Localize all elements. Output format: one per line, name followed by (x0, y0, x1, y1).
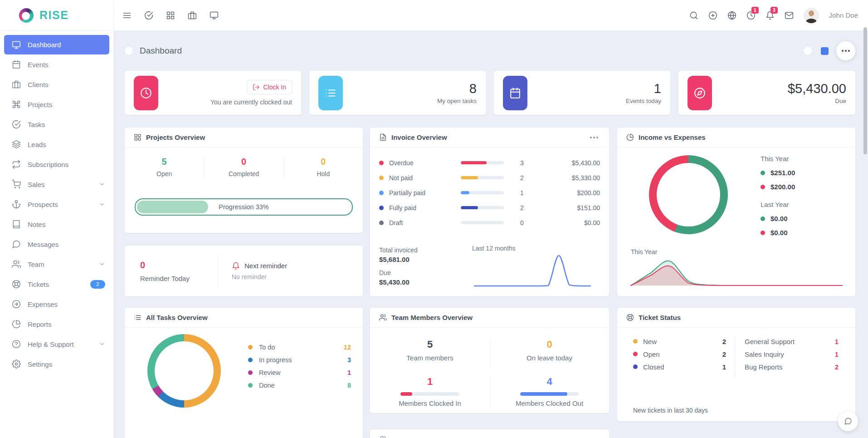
projects-stats: 5 Open 0 Completed 0 Hold (125, 157, 363, 177)
panel-header: Team Members Overview (370, 308, 609, 328)
projects-progress-bar: Progression 33% (135, 198, 353, 216)
income-expense-trend-chart (630, 258, 843, 286)
notification-badge: 3 (770, 7, 778, 14)
sidebar-item-leads[interactable]: Leads (0, 134, 113, 154)
clocked-out-bar (520, 392, 579, 396)
quick-add-icon[interactable] (708, 11, 717, 20)
stat-open: 5 Open (125, 157, 204, 177)
notifications-button[interactable]: 3 (766, 11, 775, 20)
sidebar-item-notes[interactable]: Notes (0, 214, 113, 234)
panel-header (370, 429, 609, 438)
user-avatar[interactable] (804, 8, 819, 23)
divider (735, 336, 736, 378)
panel-header: Invoice Overview (370, 128, 609, 148)
search-icon[interactable] (689, 11, 698, 20)
sidebar-item-settings[interactable]: Settings (0, 354, 113, 374)
ticket-types: General Support 1 Sales Inquiry 1 Bug Re… (745, 335, 839, 373)
mail-icon[interactable] (785, 11, 794, 20)
sidebar-item-team[interactable]: Team (0, 254, 113, 274)
legend-item-todo: To do 12 (248, 341, 351, 354)
briefcase-icon (12, 80, 21, 89)
header-toggle-dot[interactable] (125, 47, 133, 55)
user-name[interactable]: John Doe (829, 11, 858, 19)
calendar-icon (12, 60, 21, 69)
scrollbar[interactable] (863, 27, 867, 154)
events-today-card[interactable]: 1 Events today (494, 71, 670, 115)
mini-bar (461, 221, 504, 224)
more-horizontal-icon (593, 137, 595, 138)
legend-item: $251.00 (761, 169, 795, 177)
projects-shortcut-icon[interactable] (166, 11, 175, 20)
due-amount-card[interactable]: $5,430.00 Due (678, 71, 855, 115)
widget-color-square[interactable] (821, 47, 829, 55)
sidebar-item-label: Notes (28, 221, 45, 228)
tasks-shortcut-icon[interactable] (144, 11, 153, 20)
due-value: $5,430.00 (379, 278, 418, 286)
sidebar-item-sales[interactable]: Sales (0, 174, 113, 194)
total-invoiced-value: $5,681.00 (379, 256, 418, 263)
mini-bar (461, 191, 504, 194)
status-dot (633, 364, 638, 369)
chevron-down-icon (99, 261, 105, 267)
chat-button[interactable] (838, 411, 858, 431)
sidebar-item-label: Help & Support (28, 340, 74, 348)
panel-title: All Tasks Overview (146, 314, 208, 321)
sidebar-item-tickets[interactable]: Tickets 2 (0, 274, 113, 294)
sidebar-item-prospects[interactable]: Prospects (0, 194, 113, 214)
bell-icon (232, 262, 240, 270)
ticket-status-panel: Ticket Status New 2 Open 2 Closed 1 Gene… (617, 308, 855, 421)
sidebar-item-label: Prospects (28, 201, 58, 208)
topbar-actions: 1 3 John Doe (689, 8, 868, 23)
panel-header: Income vs Expenses (617, 128, 855, 148)
legend-item-done: Done 8 (248, 379, 351, 392)
dashboard-menu-button[interactable] (836, 41, 855, 60)
compass-tile-icon (688, 76, 712, 110)
invoice-trend-chart (473, 253, 591, 287)
sidebar-item-reports[interactable]: Reports (0, 314, 113, 334)
sidebar-item-events[interactable]: Events (0, 54, 113, 74)
invoice-row-fully-paid: Fully paid 2 $151.00 (379, 200, 600, 215)
clocked-in-bar (400, 392, 459, 396)
users-icon (12, 260, 21, 269)
sidebar-item-clients[interactable]: Clients (0, 74, 113, 94)
next-reminder: Next reminder No reminder (218, 262, 287, 281)
dashboard-shortcut-icon[interactable] (210, 11, 219, 20)
sidebar-item-projects[interactable]: Projects (0, 94, 113, 114)
mini-bar (461, 161, 504, 164)
status-dot (379, 176, 384, 180)
legend-item: $0.00 (761, 215, 795, 222)
logo[interactable]: RISE (0, 0, 113, 31)
calendar-icon (509, 87, 521, 99)
sidebar-item-dashboard[interactable]: Dashboard (4, 35, 109, 54)
language-globe-icon[interactable] (727, 11, 736, 20)
widget-toggle-circle[interactable] (804, 47, 812, 55)
reminder-panel: 0 Reminder Today Next reminder No remind… (125, 246, 363, 296)
sidebar-item-subscriptions[interactable]: Subscriptions (0, 154, 113, 174)
panel-title: Income vs Expenses (639, 133, 706, 141)
sidebar-item-messages[interactable]: Messages (0, 234, 113, 254)
panel-header: Projects Overview (125, 128, 363, 148)
page-title: Dashboard (140, 46, 182, 56)
income-dot (761, 217, 765, 221)
this-year-label: This Year (761, 155, 795, 162)
stat-hold: 0 Hold (283, 157, 363, 177)
invoice-rows: Overdue 3 $5,430.00 Not paid 2 $5,330.00… (370, 148, 609, 230)
invoice-totals: Total invoiced $5,681.00 Due $5,430.00 (379, 246, 418, 286)
donut-hole (657, 163, 720, 226)
command-icon (12, 100, 21, 109)
status-dot (379, 206, 384, 210)
income-expense-donut (649, 155, 728, 234)
invoice-overview-panel: Invoice Overview Overdue 3 $5,430.00 Not… (370, 128, 609, 296)
sidebar-item-tasks[interactable]: Tasks (0, 114, 113, 134)
book-icon (12, 220, 21, 229)
clocked-out-stat: 4 Members Clocked Out (490, 376, 609, 407)
more-options-button[interactable] (588, 132, 600, 143)
sidebar-item-help-support[interactable]: Help & Support (0, 334, 113, 354)
clock-in-button[interactable]: Clock In (247, 80, 292, 94)
all-tasks-overview-panel: All Tasks Overview To do 12 In progress … (125, 308, 363, 438)
open-tasks-card[interactable]: 8 My open tasks (309, 71, 486, 115)
time-tracking-button[interactable]: 1 (746, 11, 756, 20)
menu-toggle-button[interactable] (122, 11, 132, 20)
sidebar-item-expenses[interactable]: Expenses (0, 294, 113, 314)
clients-shortcut-icon[interactable] (188, 11, 197, 20)
